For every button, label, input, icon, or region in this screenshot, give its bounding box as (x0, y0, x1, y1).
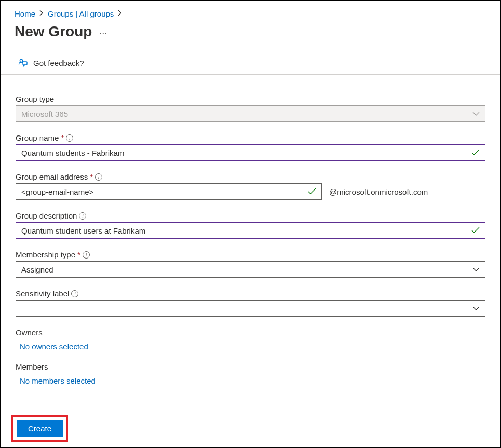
form: Group type Microsoft 365 Group name * i (2, 84, 499, 411)
group-type-value: Microsoft 365 (21, 110, 469, 118)
page-frame: Home Groups | All groups New Group ··· (0, 0, 501, 448)
group-name-label: Group name (16, 133, 59, 142)
checkmark-icon (471, 227, 480, 234)
more-actions-button[interactable]: ··· (99, 25, 107, 38)
info-icon[interactable]: i (71, 290, 78, 297)
group-description-label: Group description (16, 211, 77, 220)
page-title: New Group (15, 23, 92, 40)
chevron-right-icon (118, 10, 122, 18)
highlight-annotation: Create (11, 415, 68, 442)
chevron-down-icon (472, 306, 480, 311)
required-asterisk: * (61, 133, 64, 142)
sensitivity-label-label: Sensitivity label (16, 289, 69, 298)
members-empty-link[interactable]: No members selected (16, 373, 485, 385)
group-name-input[interactable]: Quantum students - Fabrikam (16, 144, 485, 161)
group-description-value: Quantum student users at Fabrikam (21, 226, 469, 235)
group-email-label: Group email address (16, 172, 88, 181)
chevron-down-icon (472, 267, 480, 272)
group-type-select: Microsoft 365 (16, 105, 485, 122)
create-button[interactable]: Create (17, 420, 63, 437)
chevron-right-icon (39, 10, 44, 18)
required-asterisk: * (90, 172, 93, 181)
email-domain-suffix: @microsoft.onmicrosoft.com (329, 187, 428, 196)
checkmark-icon (471, 149, 480, 156)
checkmark-icon (308, 188, 316, 195)
info-icon[interactable]: i (79, 212, 86, 220)
divider (1, 74, 500, 75)
group-type-label: Group type (16, 94, 54, 103)
membership-type-select[interactable]: Assigned (16, 261, 485, 278)
feedback-label: Got feedback? (33, 59, 84, 67)
info-icon[interactable]: i (66, 134, 73, 142)
svg-rect-1 (23, 62, 27, 65)
feedback-icon (18, 58, 28, 68)
owners-section-label: Owners (16, 328, 485, 337)
members-section-label: Members (16, 362, 485, 371)
breadcrumb: Home Groups | All groups (15, 7, 486, 23)
membership-type-value: Assigned (21, 265, 469, 274)
feedback-link[interactable]: Got feedback? (15, 55, 486, 74)
membership-type-label: Membership type (16, 250, 75, 259)
owners-empty-link[interactable]: No owners selected (16, 339, 485, 351)
sensitivity-label-select[interactable] (16, 300, 485, 317)
info-icon[interactable]: i (83, 251, 90, 259)
svg-point-0 (20, 59, 22, 62)
group-description-input[interactable]: Quantum student users at Fabrikam (16, 222, 485, 239)
breadcrumb-groups[interactable]: Groups | All groups (48, 9, 114, 18)
required-asterisk: * (77, 250, 80, 259)
footer: Create (2, 411, 499, 446)
info-icon[interactable]: i (95, 173, 102, 181)
header-area: Home Groups | All groups New Group ··· (1, 1, 500, 75)
group-email-value: <group-email-name> (21, 187, 306, 196)
form-scroll-area[interactable]: Group type Microsoft 365 Group name * i (2, 84, 499, 411)
chevron-down-icon (472, 111, 480, 116)
group-name-value: Quantum students - Fabrikam (21, 148, 469, 157)
breadcrumb-home[interactable]: Home (15, 9, 35, 18)
group-email-input[interactable]: <group-email-name> (16, 183, 322, 200)
